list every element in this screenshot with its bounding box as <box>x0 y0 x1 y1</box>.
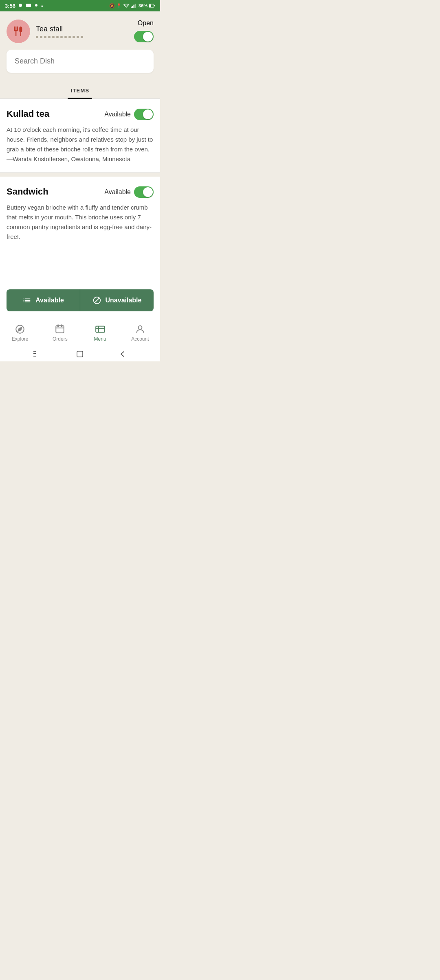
availability-control-1: Available <box>104 109 154 120</box>
unavailable-button-label: Unavailable <box>106 297 142 304</box>
nav-explore-label: Explore <box>12 336 29 342</box>
menu-item-name-2: Sandwich <box>7 186 48 197</box>
account-icon <box>135 324 145 335</box>
open-toggle-switch[interactable] <box>134 31 154 42</box>
available-toggle-2[interactable] <box>134 186 154 198</box>
search-container <box>0 50 160 79</box>
header-section: Tea stall Open <box>0 11 160 50</box>
available-toggle-1[interactable] <box>134 109 154 120</box>
utensils-icon <box>13 26 24 37</box>
menu-item-kullad-tea: Kullad tea Available At 10 o'clock each … <box>0 99 160 173</box>
search-input[interactable] <box>15 57 145 66</box>
tab-items[interactable]: ITEMS <box>61 84 99 98</box>
availability-label-2: Available <box>104 188 131 196</box>
android-menu-btn[interactable] <box>33 350 42 358</box>
svg-rect-7 <box>135 4 136 8</box>
menu-item-header-2: Sandwich Available <box>7 186 154 198</box>
nav-orders[interactable]: Orders <box>40 322 80 343</box>
restaurant-avatar <box>7 20 30 43</box>
svg-rect-6 <box>133 5 134 8</box>
list-icon <box>22 296 31 305</box>
svg-rect-4 <box>131 7 132 8</box>
action-buttons: Available Unavailable <box>0 283 160 318</box>
availability-control-2: Available <box>104 186 154 198</box>
status-icons: • <box>17 3 43 9</box>
svg-rect-21 <box>77 351 83 357</box>
search-box[interactable] <box>7 50 154 73</box>
menu-item-desc-2: Buttery vegan brioche with a fluffy and … <box>7 203 154 242</box>
nav-explore[interactable]: Explore <box>0 322 40 343</box>
svg-rect-18 <box>33 351 36 352</box>
svg-rect-9 <box>149 4 151 7</box>
svg-rect-5 <box>132 6 133 8</box>
svg-point-3 <box>36 4 37 6</box>
nav-menu-label: Menu <box>94 336 106 342</box>
content-area: Kullad tea Available At 10 o'clock each … <box>0 99 160 283</box>
android-back-btn[interactable] <box>119 350 127 358</box>
empty-space <box>0 250 160 283</box>
svg-rect-16 <box>96 326 105 332</box>
android-bar <box>0 347 160 361</box>
unavailable-button[interactable]: Unavailable <box>80 289 154 311</box>
svg-rect-1 <box>26 4 31 7</box>
status-time: 3:56 <box>5 3 15 9</box>
svg-rect-19 <box>33 353 36 354</box>
battery-level: 36% <box>139 3 147 8</box>
availability-label-1: Available <box>104 111 131 118</box>
svg-rect-20 <box>33 356 36 357</box>
svg-marker-12 <box>18 327 22 331</box>
nav-account[interactable]: Account <box>120 322 160 343</box>
nav-account-label: Account <box>131 336 149 342</box>
open-status-label: Open <box>138 20 154 27</box>
menu-item-desc-1: At 10 o'clock each morning, it's coffee … <box>7 125 154 164</box>
svg-rect-13 <box>56 326 64 332</box>
mute-icon: 🔕 <box>109 3 115 9</box>
location-icon: 📍 <box>116 3 122 9</box>
signal-icon <box>131 3 137 8</box>
compass-icon <box>15 324 25 335</box>
battery-icon <box>149 4 155 8</box>
bottom-nav: Explore Orders Menu Account <box>0 318 160 347</box>
svg-rect-10 <box>154 5 155 6</box>
svg-point-0 <box>19 4 22 7</box>
menu-nav-icon <box>95 324 106 335</box>
nav-orders-label: Orders <box>53 336 68 342</box>
android-home-btn[interactable] <box>76 350 84 358</box>
available-button-label: Available <box>35 297 64 304</box>
block-icon <box>92 296 101 305</box>
item-separator <box>0 173 160 177</box>
orders-icon <box>55 324 65 335</box>
wifi-icon <box>123 3 130 8</box>
available-button[interactable]: Available <box>7 289 80 311</box>
tabs-section: ITEMS <box>0 79 160 99</box>
status-bar: 3:56 • 🔕 📍 36% <box>0 0 160 11</box>
open-toggle[interactable] <box>134 31 154 42</box>
menu-item-name-1: Kullad tea <box>7 109 49 119</box>
menu-item-header-1: Kullad tea Available <box>7 109 154 120</box>
svg-point-17 <box>139 326 142 329</box>
nav-menu[interactable]: Menu <box>80 322 120 343</box>
menu-item-sandwich: Sandwich Available Buttery vegan brioche… <box>0 177 160 250</box>
